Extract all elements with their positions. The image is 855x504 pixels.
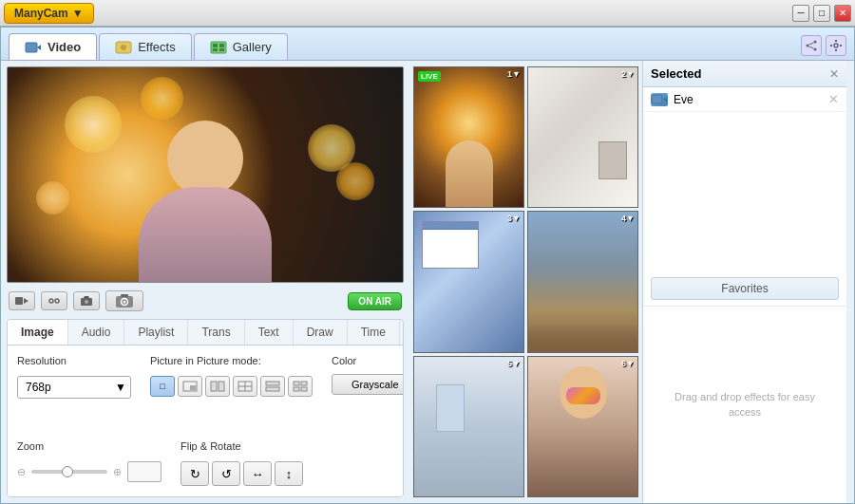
tab-draw[interactable]: Draw (294, 320, 348, 345)
svg-rect-41 (294, 387, 299, 391)
pip-label: Picture in Picture mode: (150, 355, 313, 366)
svg-marker-1 (37, 45, 41, 50)
tab-gallery[interactable]: Gallery (194, 33, 288, 60)
minimize-button[interactable]: ─ (792, 5, 809, 22)
resolution-value: 768p (22, 379, 115, 396)
selected-item-name: Eve (674, 93, 823, 106)
cell-6-face (560, 366, 607, 419)
grid-cell-1[interactable]: LIVE 1▼ (413, 66, 524, 208)
selected-spacer (643, 112, 846, 271)
svg-rect-37 (266, 382, 279, 385)
svg-rect-0 (26, 43, 37, 52)
zoom-group: Zoom ⊖ ⊕ (17, 440, 162, 486)
video-controls: ON AIR (7, 287, 404, 315)
camera-icon (80, 295, 93, 307)
gear-icon (830, 40, 842, 51)
grid-cell-num-2: 2▼ (621, 69, 635, 79)
pip-icon-4 (238, 381, 253, 392)
tab-video[interactable]: Video (9, 33, 97, 60)
content-area: ON AIR Image Audio Playlist Trans (1, 61, 854, 503)
cell-6-mask (566, 387, 600, 404)
bokeh-1 (65, 96, 122, 153)
cell-1-person (446, 140, 493, 207)
tab-time[interactable]: Time (348, 320, 400, 345)
tab-trans[interactable]: Trans (188, 320, 244, 345)
settings-vid-button[interactable] (41, 291, 67, 310)
pip-btn-4[interactable] (233, 376, 257, 397)
grid-cell-6[interactable]: 6▼ (527, 356, 638, 497)
app-title: ManyCam (14, 7, 68, 20)
pip-icon-5 (265, 381, 280, 392)
svg-rect-15 (835, 40, 837, 42)
video-preview (7, 66, 404, 283)
flip-h-button[interactable]: ↔ (243, 461, 272, 486)
zoom-slider-thumb[interactable] (62, 466, 73, 477)
flip-rotate-buttons: ↻ ↺ ↔ ↕ (180, 461, 303, 486)
selected-item-remove[interactable]: ✕ (828, 92, 839, 106)
video-frame (8, 67, 403, 282)
drag-drop-text: Drag and drop effects for easy access (662, 389, 827, 420)
grid-cell-2[interactable]: 2▼ (527, 66, 638, 208)
flip-v-button[interactable]: ↕ (275, 461, 303, 486)
record-button[interactable] (9, 291, 35, 310)
tab-effects[interactable]: Effects (99, 33, 192, 60)
tab-audio[interactable]: Audio (68, 320, 125, 345)
svg-marker-20 (24, 298, 28, 304)
settings-row-1: Resolution 768p ▼ Picture in Picture mod… (17, 355, 393, 431)
svg-line-12 (809, 43, 814, 45)
bokeh-2 (141, 77, 183, 120)
svg-rect-38 (266, 387, 279, 391)
tab-text[interactable]: Text (245, 320, 294, 345)
grid-cell-5[interactable]: 5▼ (413, 356, 524, 497)
pip-btn-5[interactable] (260, 376, 285, 397)
svg-point-24 (85, 300, 88, 304)
selected-item-icon (651, 93, 668, 106)
settings-button[interactable] (826, 35, 846, 56)
app-menu-button[interactable]: ManyCam ▼ (4, 3, 94, 24)
snapshot-icon (115, 293, 134, 308)
svg-rect-32 (211, 382, 217, 391)
camera-button[interactable] (73, 291, 100, 310)
tab-image[interactable]: Image (8, 320, 68, 345)
cell-5-content (414, 357, 523, 496)
zoom-label: Zoom (17, 440, 162, 452)
pip-btn-1[interactable]: □ (150, 376, 175, 397)
selected-panel: Selected ✕ Eve ✕ Favorites Drag and drop… (642, 61, 846, 503)
title-bar-left: ManyCam ▼ (4, 3, 94, 24)
selected-panel-close[interactable]: ✕ (829, 67, 839, 81)
rotate-cw-button[interactable]: ↻ (180, 461, 209, 486)
grid-cell-3[interactable]: 3▼ (413, 211, 524, 352)
image-settings-panel: Resolution 768p ▼ Picture in Picture mod… (8, 345, 403, 497)
pip-btn-6[interactable] (288, 376, 313, 397)
color-group: Color Grayscale (332, 355, 404, 431)
gallery-tab-icon (210, 41, 227, 54)
selected-title: Selected (651, 66, 701, 81)
maximize-button[interactable]: □ (813, 5, 830, 22)
person (139, 121, 272, 282)
svg-point-21 (49, 299, 53, 303)
close-button[interactable]: ✕ (834, 5, 851, 22)
resolution-select[interactable]: 768p ▼ (17, 376, 131, 399)
webcam-icon (651, 93, 668, 106)
grayscale-button[interactable]: Grayscale (332, 374, 404, 395)
svg-rect-19 (15, 297, 23, 305)
cell-3-window (422, 221, 479, 269)
svg-rect-29 (121, 294, 128, 297)
pip-btn-2[interactable] (178, 376, 202, 397)
pip-btn-3[interactable] (205, 376, 230, 397)
on-air-button[interactable]: ON AIR (348, 292, 402, 310)
grid-cell-4[interactable]: 4▼ (527, 211, 638, 352)
video-panel: ON AIR Image Audio Playlist Trans (1, 61, 409, 503)
resolution-arrow: ▼ (115, 381, 126, 394)
rotate-ccw-button[interactable]: ↺ (212, 461, 240, 486)
zoom-slider[interactable] (31, 470, 107, 474)
svg-rect-7 (213, 48, 218, 51)
camera-grid: LIVE 1▼ 2▼ 3▼ (409, 61, 642, 503)
tab-playlist[interactable]: Playlist (124, 320, 188, 345)
snapshot-button[interactable] (105, 290, 143, 311)
svg-point-3 (121, 45, 126, 50)
share-button[interactable] (801, 35, 822, 56)
settings-vid-icon (48, 295, 61, 307)
favorites-button[interactable]: Favorites (651, 277, 839, 300)
person-body (139, 187, 272, 282)
